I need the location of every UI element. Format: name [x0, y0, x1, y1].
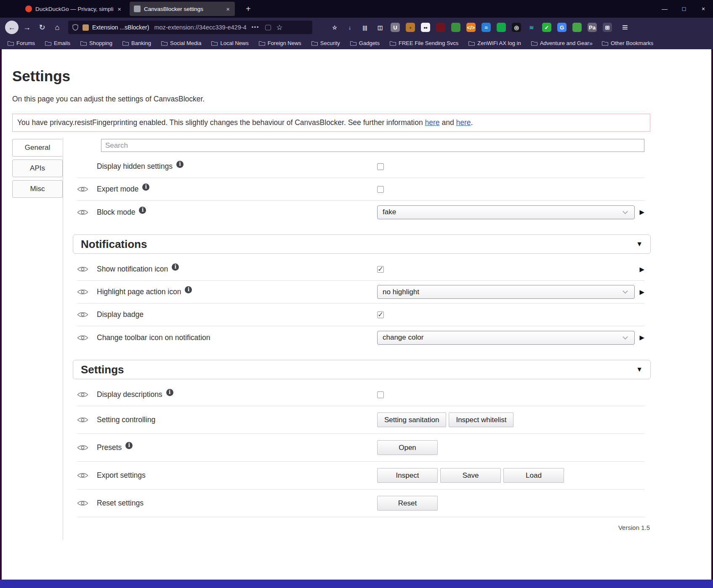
info-icon[interactable]: i [172, 263, 179, 271]
expand-arrow-icon[interactable]: ▶ [639, 288, 644, 296]
info-icon[interactable]: i [185, 286, 192, 293]
change-toolbar-icon-select[interactable]: change color [377, 331, 635, 345]
collapse-icon[interactable]: ▼ [636, 240, 643, 248]
bookmark-item[interactable]: Gadgets [350, 40, 380, 46]
other-bookmarks[interactable]: Other Bookmarks [602, 40, 653, 46]
home-button[interactable]: ⌂ [51, 21, 64, 34]
export-load-button[interactable]: Load [503, 468, 564, 483]
eye-icon[interactable] [77, 186, 97, 192]
export-inspect-button[interactable]: Inspect [377, 468, 438, 483]
back-button[interactable]: ← [5, 21, 19, 34]
grid-extension-icon[interactable]: ⊞ [603, 23, 612, 32]
tab-close-icon[interactable]: × [117, 5, 122, 13]
minimize-button[interactable]: — [655, 5, 674, 12]
address-bar[interactable]: Extension ...sBlocker) moz-extension://3… [68, 21, 312, 34]
teal-wave-icon[interactable]: ≋ [527, 23, 536, 32]
collapse-icon[interactable]: ▼ [636, 366, 643, 373]
display-hidden-checkbox[interactable] [377, 163, 384, 170]
sidebar-icon[interactable]: ◫ [375, 23, 385, 32]
eye-icon[interactable] [77, 209, 97, 216]
eye-icon[interactable] [77, 311, 97, 318]
inspect-whitelist-button[interactable]: Inspect whitelist [449, 412, 513, 427]
display-badge-checkbox[interactable]: ✓ [377, 311, 384, 318]
bookmark-item[interactable]: ZenWiFi AX log in [468, 40, 521, 46]
tab-canvasblocker-settings[interactable]: CanvasBlocker settings × [130, 2, 235, 16]
info-icon[interactable]: i [166, 389, 173, 396]
display-descriptions-checkbox[interactable] [377, 391, 384, 398]
info-icon[interactable]: i [139, 207, 146, 214]
green-extension-icon[interactable] [451, 23, 460, 32]
expand-arrow-icon[interactable]: ▶ [639, 208, 644, 216]
tab-misc[interactable]: Misc [12, 180, 63, 198]
expand-arrow-icon[interactable]: ▶ [639, 266, 644, 273]
bookmark-item[interactable]: Shopping [80, 40, 112, 46]
eye-icon[interactable] [77, 500, 97, 506]
bookmark-item[interactable]: Adventure and Gear [531, 40, 589, 46]
presets-open-button[interactable]: Open [377, 440, 438, 455]
export-save-button[interactable]: Save [440, 468, 501, 483]
panda-icon[interactable]: •• [421, 23, 430, 32]
tab-duckduckgo[interactable]: DuckDuckGo — Privacy, simplif × [21, 2, 126, 16]
ghostery-icon[interactable] [572, 23, 582, 32]
setting-sanitation-button[interactable]: Setting sanitation [377, 412, 446, 427]
download-icon[interactable]: ↓ [345, 23, 354, 32]
tab-apis[interactable]: APIs [12, 160, 63, 177]
eye-icon[interactable] [77, 266, 97, 272]
bookmark-item[interactable]: Banking [122, 40, 151, 46]
block-mode-select[interactable]: fake [377, 205, 635, 219]
red-extension-icon[interactable] [436, 23, 445, 32]
ublock-dim-icon[interactable]: U [391, 23, 400, 32]
eye-icon[interactable] [77, 335, 97, 341]
bookmark-item[interactable]: Local News [211, 40, 248, 46]
bookmarks-overflow-icon[interactable]: » [589, 40, 593, 47]
show-notification-checkbox[interactable]: ✓ [377, 266, 384, 273]
highlight-page-action-select[interactable]: no highlight [377, 285, 635, 299]
info-link-1[interactable]: here [425, 118, 440, 127]
info-link-2[interactable]: here [456, 118, 471, 127]
info-icon[interactable]: i [142, 184, 149, 191]
pa-extension-icon[interactable]: Pa [588, 23, 597, 32]
code-extension-icon[interactable]: </> [466, 23, 476, 32]
forward-button[interactable]: → [20, 21, 34, 34]
bookmark-item[interactable]: Foreign News [259, 40, 301, 46]
new-tab-button[interactable]: + [242, 4, 254, 14]
eye-icon[interactable] [77, 391, 97, 398]
info-icon[interactable]: i [125, 442, 133, 449]
tab-close-icon[interactable]: × [225, 5, 231, 13]
section-notifications[interactable]: Notifications ▼ [73, 234, 651, 254]
expand-arrow-icon[interactable]: ▶ [639, 334, 644, 341]
eye-icon[interactable] [77, 289, 97, 295]
section-settings[interactable]: Settings ▼ [73, 360, 651, 379]
maximize-button[interactable]: □ [674, 5, 694, 12]
tab-general[interactable]: General [12, 139, 63, 157]
library-icon[interactable]: ||| [360, 23, 370, 32]
tracking-protection-shield-icon[interactable] [72, 24, 78, 31]
folder-icon [311, 41, 318, 46]
waves-extension-icon[interactable]: ≈ [482, 23, 491, 32]
shield-green-icon[interactable] [497, 23, 506, 32]
bookmark-item[interactable]: Social Media [161, 40, 201, 46]
bookmark-item[interactable]: FREE File Sending Svcs [390, 40, 458, 46]
eye-icon[interactable] [77, 417, 97, 423]
container-icon[interactable] [265, 25, 271, 30]
eye-icon[interactable] [77, 472, 97, 479]
eye-extension-icon[interactable]: ◎ [512, 23, 521, 32]
translate-icon[interactable]: G [557, 23, 567, 32]
reset-button[interactable]: Reset [377, 496, 438, 511]
menu-icon[interactable]: ≡ [622, 21, 628, 33]
reload-button[interactable]: ↻ [35, 21, 49, 34]
info-icon[interactable]: i [176, 161, 184, 168]
bookmark-star-icon[interactable]: ☆ [276, 23, 282, 32]
check-circle-icon[interactable]: ✓ [542, 23, 551, 32]
bookmark-item[interactable]: Security [311, 40, 340, 46]
bookmark-item[interactable]: Emails [45, 40, 70, 46]
bookmark-item[interactable]: Forums [8, 40, 35, 46]
row-change-toolbar-icon: Change toolbar icon on notification chan… [77, 326, 644, 349]
cookie-icon[interactable]: • [406, 23, 415, 32]
window-close-button[interactable]: × [694, 5, 713, 12]
badge-star-icon[interactable]: ☆ [330, 23, 339, 32]
search-input[interactable] [101, 139, 644, 152]
expert-mode-checkbox[interactable] [377, 186, 384, 193]
page-actions-menu-icon[interactable]: ••• [252, 24, 260, 30]
eye-icon[interactable] [77, 444, 97, 451]
